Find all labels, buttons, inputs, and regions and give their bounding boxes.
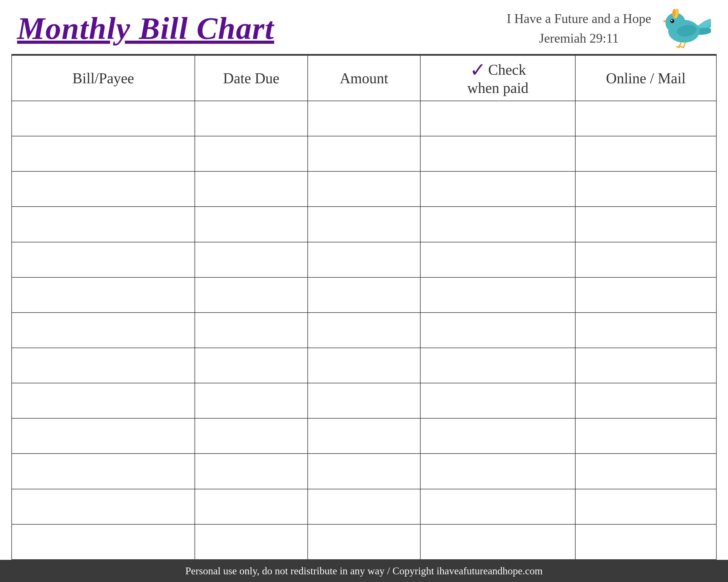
table-cell bbox=[420, 383, 575, 418]
table-cell bbox=[308, 101, 420, 136]
table-cell bbox=[12, 242, 195, 277]
table-row bbox=[12, 489, 716, 524]
table-cell bbox=[12, 489, 195, 524]
page-title: Monthly Bill Chart bbox=[17, 11, 274, 46]
table-cell bbox=[420, 101, 575, 136]
table-cell bbox=[195, 348, 307, 383]
table-cell bbox=[12, 383, 195, 418]
table-row bbox=[12, 453, 716, 489]
table-cell bbox=[420, 418, 575, 453]
svg-line-10 bbox=[683, 42, 685, 48]
table-row bbox=[12, 101, 716, 136]
col-header-online: Online / Mail bbox=[575, 55, 716, 101]
table-cell bbox=[308, 206, 420, 242]
verse-text: I Have a Future and a Hope Jeremiah 29:1… bbox=[507, 9, 651, 48]
table-cell bbox=[308, 277, 420, 313]
table-cell bbox=[12, 136, 195, 171]
table-cell bbox=[12, 206, 195, 242]
col-header-date: Date Due bbox=[195, 55, 307, 101]
table-cell bbox=[575, 101, 716, 136]
table-cell bbox=[12, 348, 195, 383]
table-cell bbox=[308, 136, 420, 171]
table-cell bbox=[12, 524, 195, 559]
bird-icon bbox=[660, 8, 711, 48]
table-cell bbox=[12, 313, 195, 348]
table-cell bbox=[575, 136, 716, 171]
table-row bbox=[12, 383, 716, 418]
table-cell bbox=[420, 489, 575, 524]
table-cell bbox=[12, 418, 195, 453]
table-cell bbox=[195, 313, 307, 348]
table-cell bbox=[195, 418, 307, 453]
table-cell bbox=[575, 313, 716, 348]
table-cell bbox=[308, 171, 420, 206]
header-right: I Have a Future and a Hope Jeremiah 29:1… bbox=[507, 8, 711, 48]
table-cell bbox=[575, 383, 716, 418]
bill-chart-table: Bill/Payee Date Due Amount ✓ Check when … bbox=[11, 55, 717, 560]
col-header-amount: Amount bbox=[308, 55, 420, 101]
table-row bbox=[12, 277, 716, 313]
table-cell bbox=[575, 171, 716, 206]
table-row bbox=[12, 524, 716, 559]
table-row bbox=[12, 418, 716, 453]
table-cell bbox=[12, 453, 195, 489]
table-cell bbox=[195, 489, 307, 524]
table-row bbox=[12, 313, 716, 348]
table-cell bbox=[195, 383, 307, 418]
table-cell bbox=[12, 171, 195, 206]
table-cell bbox=[420, 313, 575, 348]
table-cell bbox=[420, 136, 575, 171]
table-cell bbox=[420, 277, 575, 313]
svg-point-5 bbox=[670, 19, 674, 23]
table-cell bbox=[575, 453, 716, 489]
table-cell bbox=[195, 101, 307, 136]
table-cell bbox=[308, 453, 420, 489]
footer: Personal use only, do not redistribute i… bbox=[0, 560, 728, 582]
table-cell bbox=[195, 453, 307, 489]
table-cell bbox=[195, 171, 307, 206]
table-cell bbox=[308, 418, 420, 453]
table-cell bbox=[12, 277, 195, 313]
col-header-bill: Bill/Payee bbox=[12, 55, 195, 101]
table-cell bbox=[575, 524, 716, 559]
table-cell bbox=[195, 206, 307, 242]
table-cell bbox=[195, 277, 307, 313]
table-cell bbox=[420, 453, 575, 489]
table-row bbox=[12, 348, 716, 383]
table-cell bbox=[195, 242, 307, 277]
table-cell bbox=[308, 489, 420, 524]
svg-line-13 bbox=[680, 46, 683, 48]
table-cell bbox=[308, 242, 420, 277]
table-row bbox=[12, 171, 716, 206]
table-cell bbox=[575, 418, 716, 453]
table-row bbox=[12, 206, 716, 242]
table-cell bbox=[575, 242, 716, 277]
table-cell bbox=[308, 383, 420, 418]
checkmark-icon: ✓ bbox=[470, 60, 486, 80]
table-cell bbox=[308, 524, 420, 559]
table-row bbox=[12, 136, 716, 171]
table-cell bbox=[195, 136, 307, 171]
check-header-content: ✓ Check when paid bbox=[421, 60, 575, 96]
table-header-row: Bill/Payee Date Due Amount ✓ Check when … bbox=[12, 55, 716, 101]
table-cell bbox=[575, 348, 716, 383]
title-container: Monthly Bill Chart bbox=[17, 11, 274, 46]
svg-marker-7 bbox=[662, 20, 666, 23]
table-cell bbox=[420, 348, 575, 383]
col-header-check: ✓ Check when paid bbox=[420, 55, 575, 101]
table-body bbox=[12, 101, 716, 559]
table-row bbox=[12, 242, 716, 277]
bill-chart-table-container: Bill/Payee Date Due Amount ✓ Check when … bbox=[11, 55, 717, 560]
table-cell bbox=[420, 524, 575, 559]
table-cell bbox=[575, 277, 716, 313]
table-cell bbox=[12, 101, 195, 136]
table-cell bbox=[308, 348, 420, 383]
table-cell bbox=[195, 524, 307, 559]
table-cell bbox=[575, 489, 716, 524]
table-cell bbox=[420, 242, 575, 277]
table-cell bbox=[308, 313, 420, 348]
table-cell bbox=[420, 206, 575, 242]
page-header: Monthly Bill Chart I Have a Future and a… bbox=[0, 0, 728, 54]
svg-point-6 bbox=[671, 20, 673, 21]
table-cell bbox=[575, 206, 716, 242]
